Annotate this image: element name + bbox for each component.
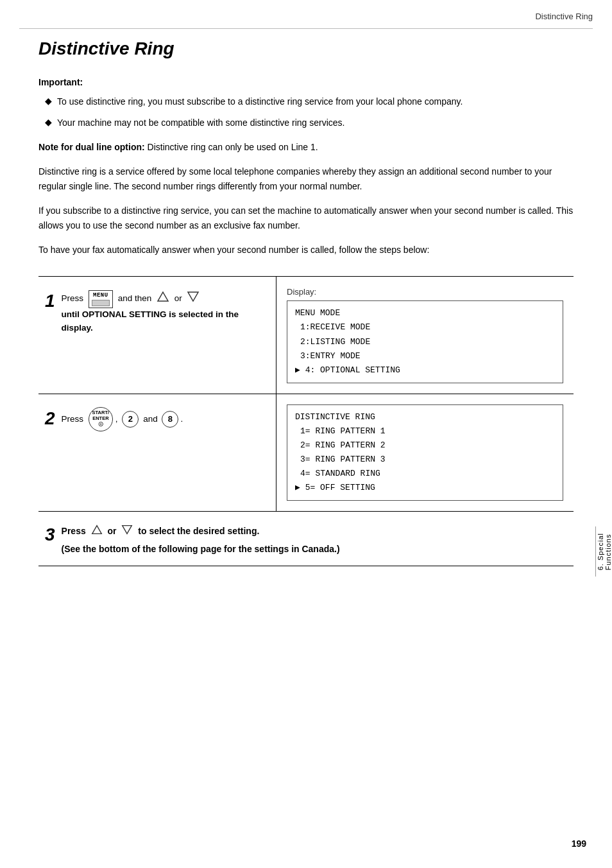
step-row-1: 1 Press MENU and then [38, 276, 574, 393]
step-2-and: and [143, 413, 158, 423]
note-paragraph: Note for dual line option: Distinctive r… [38, 140, 574, 154]
up-arrow-key [156, 290, 170, 308]
step-3-up-arrow [90, 523, 103, 540]
menu-key-label: MENU [92, 292, 110, 300]
step-1-instruction: Press MENU and then o [62, 290, 263, 335]
note-text: Distinctive ring can only be used on Lin… [145, 142, 318, 152]
page-title: Distinctive Ring [38, 39, 574, 59]
step-2-right: DISTINCTIVE RING 1= RING PATTERN 1 2= RI… [276, 394, 574, 512]
step-3-main: Press or to select the desired s [62, 523, 567, 540]
step-3-content: Press or to select the desired s [62, 523, 567, 554]
step-1-after: until OPTIONAL SETTING is selected in th… [62, 309, 239, 333]
step-2-lcd: DISTINCTIVE RING 1= RING PATTERN 1 2= RI… [287, 404, 563, 501]
header-title: Distinctive Ring [535, 12, 593, 21]
lcd2-line-1: 1= RING PATTERN 1 [295, 424, 555, 438]
note-bold: Note for dual line option: [38, 142, 145, 152]
step-3-after: to select the desired setting. [138, 526, 259, 536]
step-3-number: 3 [45, 526, 55, 544]
body-paragraph-2: If you subscribe to a distinctive ring s… [38, 204, 574, 232]
step-row-3: 3 Press or [38, 511, 574, 566]
step-1-or: or [174, 293, 185, 303]
step-1-press: Press [62, 293, 84, 303]
start-enter-key: START/ ENTER ☉ [89, 407, 113, 431]
sidebar-tab-text: 6. Special Functions [597, 533, 612, 570]
svg-marker-0 [158, 292, 168, 301]
down-arrow-key [186, 290, 200, 308]
step-1-left: 1 Press MENU and then [38, 277, 276, 393]
lcd-line-3: 3:ENTRY MODE [295, 349, 555, 363]
step-1-display-label: Display: [287, 287, 563, 297]
body-paragraph-1: Distinctive ring is a service offered by… [38, 164, 574, 193]
lcd-line-4: ▶ 4: OPTIONAL SETTING [295, 363, 555, 378]
important-label: Important: [38, 77, 574, 87]
lcd2-line-3: 3= RING PATTERN 3 [295, 453, 555, 467]
svg-marker-2 [92, 526, 101, 534]
lcd-line-2: 2:LISTING MODE [295, 335, 555, 349]
main-content: Distinctive Ring Important: ◆ To use dis… [38, 39, 574, 566]
page-number: 199 [572, 838, 586, 849]
key-8: 8 [162, 411, 178, 428]
step-3-press: Press [62, 526, 86, 536]
step-row-2: 2 Press START/ ENTER ☉ , 2 and 8. [38, 394, 574, 512]
steps-section: 1 Press MENU and then [38, 276, 574, 566]
body-paragraph-3: To have your fax automatically answer wh… [38, 243, 574, 257]
page-header: Distinctive Ring [535, 12, 593, 21]
sidebar-tab: 6. Special Functions [595, 526, 612, 577]
lcd2-line-4: 4= STANDARD RING [295, 467, 555, 481]
bullet-diamond-1: ◆ [45, 96, 52, 106]
step-2-left: 2 Press START/ ENTER ☉ , 2 and 8. [38, 394, 276, 512]
step-2-instruction: Press START/ ENTER ☉ , 2 and 8. [62, 407, 263, 431]
key-2: 2 [122, 411, 139, 428]
lcd-line-0: MENU MODE [295, 306, 555, 320]
bullet-list: ◆ To use distinctive ring, you must subs… [45, 95, 574, 130]
menu-key: MENU [89, 290, 113, 308]
step-1-and-then: and then [118, 293, 152, 303]
step-2-press: Press [62, 413, 84, 423]
bullet-item-1: ◆ To use distinctive ring, you must subs… [45, 95, 574, 108]
svg-marker-1 [188, 292, 198, 301]
bullet-diamond-2: ◆ [45, 117, 52, 127]
step-1-lcd: MENU MODE 1:RECEIVE MODE 2:LISTING MODE … [287, 300, 563, 383]
step-3-sub: (See the bottom of the following page fo… [62, 544, 567, 554]
bullet-item-2: ◆ Your machine may not be compatible wit… [45, 116, 574, 130]
lcd-line-1: 1:RECEIVE MODE [295, 320, 555, 334]
lcd2-line-2: 2= RING PATTERN 2 [295, 438, 555, 453]
bullet-text-2: Your machine may not be compatible with … [57, 116, 344, 130]
bullet-text-1: To use distinctive ring, you must subscr… [57, 95, 463, 108]
step-2-number: 2 [45, 410, 55, 428]
svg-marker-3 [123, 526, 132, 534]
step-3-or: or [108, 526, 117, 536]
step-3-down-arrow [121, 523, 133, 540]
start-key-line2: ENTER [92, 416, 108, 422]
step-1-number: 1 [45, 292, 55, 310]
step-1-right: Display: MENU MODE 1:RECEIVE MODE 2:LIST… [276, 277, 574, 393]
lcd2-line-0: DISTINCTIVE RING [295, 410, 555, 424]
lcd2-line-5: ▶ 5= OFF SETTING [295, 481, 555, 495]
